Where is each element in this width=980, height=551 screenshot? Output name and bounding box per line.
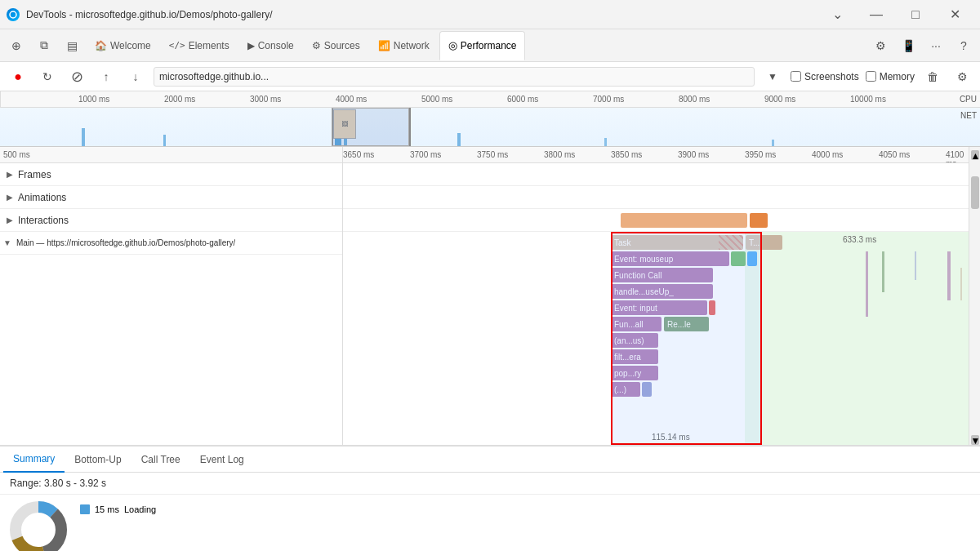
flame-popry[interactable]: pop...ry (611, 366, 658, 380)
maximize-btn[interactable]: □ (897, 0, 934, 29)
filtera-label: filt...era (614, 353, 641, 362)
scroll-up-btn[interactable]: ▲ (971, 150, 979, 160)
home-icon: 🏠 (95, 40, 107, 51)
flame-task-2[interactable]: T... (746, 235, 782, 250)
overview-chart[interactable]: 🖼 NET (0, 108, 980, 147)
dots-label: (...) (614, 385, 626, 394)
input-label: Event: input (614, 304, 657, 313)
tab-summary[interactable]: Summary (3, 447, 65, 473)
flame-green-1[interactable] (731, 251, 746, 266)
interaction-bar[interactable] (621, 213, 747, 228)
tick-7000ms: 7000 ms (593, 95, 624, 104)
animations-track[interactable] (343, 186, 969, 209)
cpu-label: CPU (960, 95, 977, 104)
flame-mouseup[interactable]: Event: mouseup (611, 251, 729, 266)
frames-arrow: ▶ (7, 170, 13, 179)
tab-sources[interactable]: ⚙ Sources (304, 31, 368, 60)
frames-section[interactable]: ▶ Frames (0, 163, 342, 186)
scatter-5 (960, 268, 962, 300)
scrollbar-thumb[interactable] (971, 176, 979, 209)
upload-btn[interactable]: ↑ (95, 65, 118, 88)
flame-filtera[interactable]: filt...era (611, 349, 658, 364)
flame-dots[interactable]: (...) (611, 382, 640, 397)
minimize-btn[interactable]: — (858, 0, 895, 29)
record-btn[interactable]: ● (7, 65, 29, 88)
selection-region[interactable] (332, 108, 409, 146)
flame-function-call[interactable]: Function Call (611, 268, 713, 282)
flame-red-1[interactable] (709, 300, 715, 315)
settings-gear-btn[interactable]: ⚙ (951, 65, 973, 88)
dtick-3900ms: 3900 ms (678, 150, 709, 159)
help-icon[interactable]: ? (951, 33, 977, 59)
flame-funall[interactable]: Fun...all (611, 317, 662, 331)
tick-5000ms: 5000 ms (421, 95, 452, 104)
frames-label: Frames (18, 169, 51, 180)
pie-chart (10, 501, 67, 551)
pie-legend: 15 ms Loading (80, 501, 156, 551)
restore-btn[interactable]: ⌄ (818, 0, 856, 29)
undock-icon[interactable]: ⧉ (31, 33, 57, 59)
bottom-panel: Summary Bottom-Up Call Tree Event Log Ra… (0, 445, 980, 551)
scatter-4 (947, 251, 951, 300)
tick-3000ms: 3000 ms (250, 95, 281, 104)
flame-anus[interactable]: (an...us) (611, 333, 658, 348)
flame-task[interactable]: Task (611, 235, 743, 250)
title-bar: DevTools - microsoftedge.github.io/Demos… (0, 0, 980, 29)
flame-rele[interactable]: Re...le (664, 317, 709, 331)
dtick-3800ms: 3800 ms (544, 150, 575, 159)
refresh-btn[interactable]: ↻ (36, 65, 59, 88)
selection-handle-right[interactable] (409, 108, 411, 146)
flame-indigo-1[interactable] (642, 382, 652, 397)
dtick-3950ms: 3950 ms (745, 150, 776, 159)
tab-welcome[interactable]: 🏠 Welcome (87, 31, 159, 60)
detail-ruler-left: 500 ms (0, 147, 342, 163)
tab-call-tree[interactable]: Call Tree (131, 447, 190, 473)
new-tab-icon[interactable]: ⊕ (3, 33, 29, 59)
animations-section[interactable]: ▶ Animations (0, 186, 342, 209)
url-dropdown-btn[interactable]: ▼ (761, 65, 784, 88)
interaction-bar-2[interactable] (750, 213, 768, 228)
tick-2000ms: 2000 ms (164, 95, 195, 104)
net-label: NET (960, 111, 977, 120)
tab-elements[interactable]: </> Elements (161, 31, 238, 60)
cpu-spike-3 (457, 133, 461, 146)
close-btn[interactable]: ✕ (936, 0, 973, 29)
main-section[interactable]: ▼ Main — https://microsoftedge.github.io… (0, 232, 342, 255)
window-controls: ⌄ — □ ✕ (818, 0, 973, 29)
overview-chart-area[interactable]: 🖼 NET (0, 108, 980, 146)
tab-event-log[interactable]: Event Log (190, 447, 254, 473)
more-tabs-icon[interactable]: ··· (923, 33, 949, 59)
main-flame-area[interactable]: 633.3 ms Task T... Event: mouseup Functi… (343, 232, 969, 445)
task2-label: T... (749, 238, 760, 247)
flame-handle[interactable]: handle...useUp_ (611, 284, 713, 299)
scroll-down-btn[interactable]: ▼ (971, 435, 979, 445)
interactions-section[interactable]: ▶ Interactions (0, 209, 342, 232)
frames-track[interactable] (343, 163, 969, 186)
download-btn[interactable]: ↓ (124, 65, 147, 88)
interactions-label: Interactions (18, 215, 69, 226)
device-toggle-icon[interactable]: 📱 (895, 33, 921, 59)
mouseup-label: Event: mouseup (614, 255, 673, 264)
task-label: Task (614, 238, 631, 247)
tab-console[interactable]: ▶ Console (239, 31, 302, 60)
sources-icon: ⚙ (312, 40, 321, 51)
tick-4000ms: 4000 ms (336, 95, 367, 104)
flame-blue-1[interactable] (747, 251, 757, 266)
interactions-track[interactable] (343, 209, 969, 232)
memory-checkbox[interactable]: Memory (866, 71, 915, 82)
funall-label: Fun...all (614, 320, 644, 329)
overview-ruler: 1000 ms 2000 ms 3000 ms 4000 ms 5000 ms … (0, 91, 980, 108)
tab-bottom-up[interactable]: Bottom-Up (65, 447, 131, 473)
edge-icon (7, 8, 20, 21)
vertical-scrollbar[interactable]: ▲ ▼ (969, 147, 980, 445)
screenshots-checkbox[interactable]: Screenshots (791, 71, 859, 82)
url-display: microsoftedge.github.io... (154, 67, 755, 87)
flame-input[interactable]: Event: input (611, 300, 707, 315)
sidebar-icon[interactable]: ▤ (59, 33, 85, 59)
tab-performance[interactable]: ◎ Performance (439, 31, 526, 60)
clear-btn[interactable]: ⊘ (65, 65, 88, 88)
tab-network[interactable]: 📶 Network (370, 31, 438, 60)
settings-icon[interactable]: ⚙ (867, 33, 893, 59)
bottom-tabs: Summary Bottom-Up Call Tree Event Log (0, 447, 980, 473)
trash-btn[interactable]: 🗑 (921, 65, 944, 88)
